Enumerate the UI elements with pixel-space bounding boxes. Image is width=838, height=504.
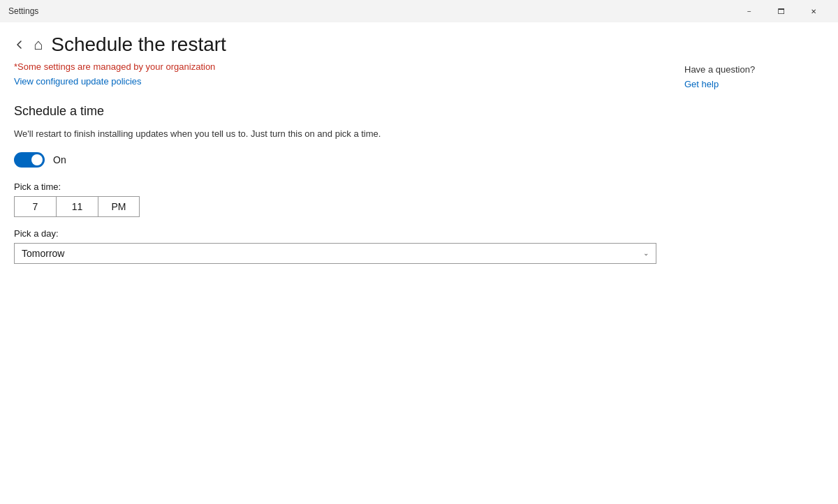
get-help-link[interactable]: Get help [684, 79, 719, 89]
content-area: *Some settings are managed by your organ… [0, 61, 838, 504]
schedule-toggle[interactable] [14, 152, 45, 168]
pick-day-label: Pick a day: [14, 228, 656, 239]
back-button[interactable] [11, 36, 28, 53]
pick-time-label: Pick a time: [14, 181, 656, 192]
section-title: Schedule a time [14, 104, 656, 119]
title-bar-controls: − 🗖 ✕ [733, 0, 830, 22]
have-question-text: Have a question? [684, 64, 824, 75]
minimize-button[interactable]: − [733, 0, 765, 22]
org-warning: *Some settings are managed by your organ… [14, 61, 656, 72]
home-icon: ⌂ [34, 36, 43, 54]
close-button[interactable]: ✕ [797, 0, 830, 22]
main-content: *Some settings are managed by your organ… [14, 61, 684, 504]
chevron-down-icon: ⌄ [643, 249, 649, 257]
back-arrow-icon [15, 40, 24, 49]
day-dropdown[interactable]: Tomorrow ⌄ [14, 243, 656, 264]
page-title: ⌂ Schedule the restart [34, 34, 226, 56]
maximize-button[interactable]: 🗖 [765, 0, 797, 22]
time-picker-row: 7 11 PM [14, 196, 656, 217]
side-help: Have a question? Get help [684, 61, 824, 504]
title-bar: Settings − 🗖 ✕ [0, 0, 838, 22]
time-minute[interactable]: 11 [56, 196, 98, 217]
time-hour[interactable]: 7 [14, 196, 56, 217]
toggle-row: On [14, 152, 656, 168]
description-text: We'll restart to finish installing updat… [14, 127, 656, 141]
header-row: ⌂ Schedule the restart [0, 22, 838, 61]
day-value: Tomorrow [22, 248, 64, 259]
title-bar-left: Settings [8, 6, 38, 16]
toggle-track [14, 152, 45, 168]
policy-link[interactable]: View configured update policies [14, 76, 142, 87]
title-bar-title: Settings [8, 6, 38, 16]
app-container: ⌂ Schedule the restart *Some settings ar… [0, 22, 838, 504]
toggle-thumb [31, 154, 43, 165]
toggle-label: On [53, 154, 66, 165]
page-title-text: Schedule the restart [51, 34, 226, 56]
time-period[interactable]: PM [98, 196, 140, 217]
